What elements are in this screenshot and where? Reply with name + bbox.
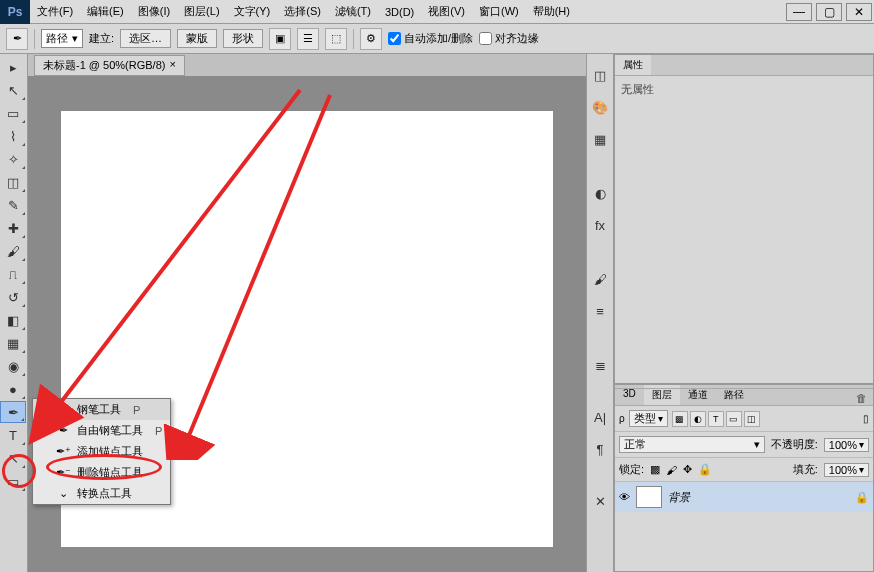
brush-tool[interactable]: 🖌 <box>0 240 26 262</box>
brushes-panel-icon[interactable]: 🖌 <box>589 268 611 290</box>
auto-add-del-input[interactable] <box>388 32 401 45</box>
lock-label: 锁定: <box>619 462 644 477</box>
healing-tool[interactable]: ✚ <box>0 217 26 239</box>
filter-pixel-icon[interactable]: ▩ <box>672 411 688 427</box>
options-bar: ✒ 路径▾ 建立: 选区… 蒙版 形状 ▣ ☰ ⬚ ⚙ 自动添加/删除 对齐边缘 <box>0 24 874 54</box>
flyout-pen-tool[interactable]: •✒ 钢笔工具P <box>33 399 170 420</box>
character-panel-icon[interactable]: A| <box>589 406 611 428</box>
document-tab[interactable]: 未标题-1 @ 50%(RGB/8) × <box>34 55 185 76</box>
lock-pixel-icon[interactable]: 🖌 <box>666 464 677 476</box>
lock-icon: 🔒 <box>855 491 869 504</box>
flyout-delete-anchor-tool[interactable]: ✒⁻ 删除锚点工具 <box>33 462 170 483</box>
selection-button[interactable]: 选区… <box>120 29 171 48</box>
mask-button[interactable]: 蒙版 <box>177 29 217 48</box>
lasso-tool[interactable]: ⌇ <box>0 125 26 147</box>
blur-tool[interactable]: ◉ <box>0 355 26 377</box>
gradient-tool[interactable]: ▦ <box>0 332 26 354</box>
menu-filter[interactable]: 滤镜(T) <box>328 4 378 19</box>
fill-input[interactable]: 100% ▾ <box>824 463 869 477</box>
marquee-tool[interactable]: ▭ <box>0 102 26 124</box>
path-select-tool[interactable]: ↖ <box>0 447 26 469</box>
color-panel-icon[interactable]: 🎨 <box>589 96 611 118</box>
adjustments-panel-icon[interactable]: ◐ <box>589 182 611 204</box>
chevron-down-icon: ▾ <box>72 32 78 45</box>
flyout-add-anchor-tool[interactable]: ✒⁺ 添加锚点工具 <box>33 441 170 462</box>
maximize-button[interactable]: ▢ <box>816 3 842 21</box>
menu-help[interactable]: 帮助(H) <box>526 4 577 19</box>
window-controls: — ▢ ✕ <box>784 3 874 21</box>
trash-icon[interactable]: 🗑 <box>856 392 873 404</box>
separator <box>34 29 35 49</box>
align-edge-input[interactable] <box>479 32 492 45</box>
menu-view[interactable]: 视图(V) <box>421 4 472 19</box>
path-arrange-icon[interactable]: ⬚ <box>325 28 347 50</box>
eyedropper-tool[interactable]: ✎ <box>0 194 26 216</box>
menu-image[interactable]: 图像(I) <box>131 4 177 19</box>
eraser-tool[interactable]: ◧ <box>0 309 26 331</box>
menu-bar: Ps 文件(F) 编辑(E) 图像(I) 图层(L) 文字(Y) 选择(S) 滤… <box>0 0 874 24</box>
history-brush-tool[interactable]: ↺ <box>0 286 26 308</box>
close-tab-icon[interactable]: × <box>169 58 175 73</box>
magic-wand-tool[interactable]: ✧ <box>0 148 26 170</box>
build-label: 建立: <box>89 31 114 46</box>
swatches-panel-icon[interactable]: ▦ <box>589 128 611 150</box>
gear-icon[interactable]: ⚙ <box>360 28 382 50</box>
flyout-convert-point-tool[interactable]: ⌄ 转换点工具 <box>33 483 170 504</box>
filter-type-icon[interactable]: T <box>708 411 724 427</box>
brush-presets-panel-icon[interactable]: ≡ <box>589 300 611 322</box>
menu-3d[interactable]: 3D(D) <box>378 6 421 18</box>
layer-thumbnail[interactable] <box>636 486 662 508</box>
menu-type[interactable]: 文字(Y) <box>227 4 278 19</box>
lock-all-icon[interactable]: 🔒 <box>698 463 712 476</box>
menu-layer[interactable]: 图层(L) <box>177 4 226 19</box>
visibility-icon[interactable]: 👁 <box>619 491 630 503</box>
path-align-icon[interactable]: ☰ <box>297 28 319 50</box>
lock-pos-icon[interactable]: ✥ <box>683 463 692 476</box>
close-button[interactable]: ✕ <box>846 3 872 21</box>
paragraph-panel-icon[interactable]: ¶ <box>589 438 611 460</box>
layer-row-background[interactable]: 👁 背景 🔒 <box>615 482 873 512</box>
properties-panel: 属性 无属性 🗑 <box>614 54 874 384</box>
menu-window[interactable]: 窗口(W) <box>472 4 526 19</box>
filter-adjust-icon[interactable]: ◐ <box>690 411 706 427</box>
separator <box>353 29 354 49</box>
align-edge-checkbox[interactable]: 对齐边缘 <box>479 31 539 46</box>
path-combine-icon[interactable]: ▣ <box>269 28 291 50</box>
pen-icon[interactable]: ✒ <box>6 28 28 50</box>
auto-add-del-checkbox[interactable]: 自动添加/删除 <box>388 31 473 46</box>
filter-kind-select[interactable]: 类型 ▾ <box>629 410 668 427</box>
panel-strip: ◫ 🎨 ▦ ◐ fx 🖌 ≡ ≣ A| ¶ ✕ <box>586 54 614 572</box>
move-tool[interactable]: ↖ <box>0 79 26 101</box>
stamp-tool[interactable]: ⎍ <box>0 263 26 285</box>
crop-tool[interactable]: ◫ <box>0 171 26 193</box>
menu-select[interactable]: 选择(S) <box>277 4 328 19</box>
right-panels: 属性 无属性 🗑 3D 图层 通道 路径 ρ 类型 ▾ ▩ ◐ T <box>614 54 874 572</box>
filter-shape-icon[interactable]: ▭ <box>726 411 742 427</box>
type-tool[interactable]: T <box>0 424 26 446</box>
minimize-button[interactable]: — <box>786 3 812 21</box>
expand-icon[interactable]: ▸ <box>0 56 26 78</box>
lock-trans-icon[interactable]: ▩ <box>650 463 660 476</box>
document-tabs: 未标题-1 @ 50%(RGB/8) × <box>28 54 586 76</box>
toolbox: ▸ ↖ ▭ ⌇ ✧ ◫ ✎ ✚ 🖌 ⎍ ↺ ◧ ▦ ◉ ● ✒ T ↖ ▭ <box>0 54 28 572</box>
flyout-freeform-pen-tool[interactable]: ✒ 自由钢笔工具P <box>33 420 170 441</box>
menu-file[interactable]: 文件(F) <box>30 4 80 19</box>
fill-label: 填充: <box>793 462 818 477</box>
mode-select[interactable]: 路径▾ <box>41 29 83 48</box>
properties-body: 无属性 <box>615 76 873 103</box>
pen-tool[interactable]: ✒ <box>0 401 26 423</box>
layers-panel-icon[interactable]: ≣ <box>589 354 611 376</box>
layer-name[interactable]: 背景 <box>668 490 690 505</box>
shape-button[interactable]: 形状 <box>223 29 263 48</box>
styles-panel-icon[interactable]: fx <box>589 214 611 236</box>
opacity-label: 不透明度: <box>771 437 818 452</box>
filter-smart-icon[interactable]: ◫ <box>744 411 760 427</box>
opacity-input[interactable]: 100% ▾ <box>824 438 869 452</box>
shape-tool[interactable]: ▭ <box>0 470 26 492</box>
tools-panel-icon[interactable]: ✕ <box>589 490 611 512</box>
properties-tab[interactable]: 属性 <box>615 55 651 75</box>
dodge-tool[interactable]: ● <box>0 378 26 400</box>
history-panel-icon[interactable]: ◫ <box>589 64 611 86</box>
blend-mode-select[interactable]: 正常 ▾ <box>619 436 765 453</box>
menu-edit[interactable]: 编辑(E) <box>80 4 131 19</box>
